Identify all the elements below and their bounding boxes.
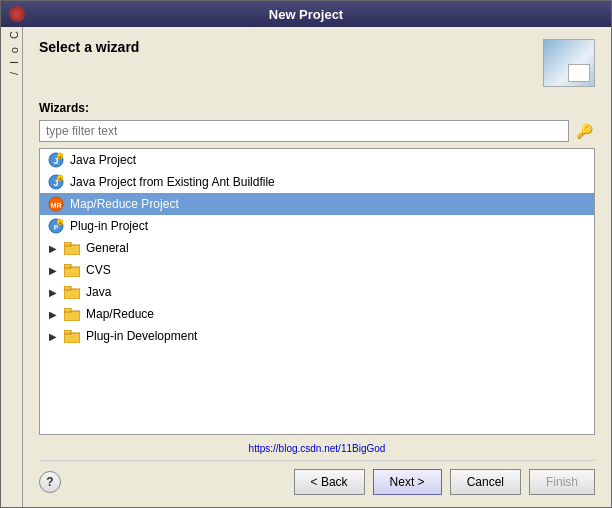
plugin-icon: P ✦ [48,218,64,234]
svg-rect-17 [64,264,71,268]
expand-java-icon: ▶ [48,287,58,297]
buttons-group: < Back Next > Cancel Finish [294,469,595,495]
header-section: Select a wizard [39,39,595,87]
expand-plugin-dev-icon: ▶ [48,331,58,341]
svg-rect-21 [64,308,71,312]
java-project-icon: J ✦ [48,152,64,168]
filter-row: 🔑 [39,120,595,142]
help-button[interactable]: ? [39,471,61,493]
list-item-java-project[interactable]: J ✦ Java Project [40,149,594,171]
content-area: C o I / Select a wizard Wizards: 🔑 [1,27,611,507]
java-group-label: Java [86,285,111,299]
finish-button[interactable]: Finish [529,469,595,495]
plugin-label: Plug-in Project [70,219,148,233]
mapreduce-label: Map/Reduce Project [70,197,179,211]
new-project-window: New Project C o I / Select a wizard Wiza… [0,0,612,508]
plugin-dev-folder-icon [64,328,80,344]
svg-rect-19 [64,286,71,290]
list-item-mapreduce[interactable]: MR Map/Reduce Project [40,193,594,215]
java-ant-label: Java Project from Existing Ant Buildfile [70,175,275,189]
cancel-button[interactable]: Cancel [450,469,521,495]
general-label: General [86,241,129,255]
list-item-cvs[interactable]: ▶ CVS [40,259,594,281]
svg-rect-15 [64,242,71,246]
cvs-label: CVS [86,263,111,277]
header-image [543,39,595,87]
mapreduce-group-label: Map/Reduce [86,307,154,321]
java-ant-icon: J ✦ [48,174,64,190]
next-button[interactable]: Next > [373,469,442,495]
left-sidebar: C o I / [1,27,23,507]
list-item-java-group[interactable]: ▶ Java [40,281,594,303]
plugin-dev-label: Plug-in Development [86,329,197,343]
wizard-list[interactable]: J ✦ Java Project J ✦ [39,148,595,435]
svg-rect-23 [64,330,71,334]
svg-text:MR: MR [51,202,62,209]
url-text: https://blog.csdn.net/11BigGod [39,443,595,454]
expand-mapreduce-icon: ▶ [48,309,58,319]
list-item-java-ant-project[interactable]: J ✦ Java Project from Existing Ant Build… [40,171,594,193]
java-project-label: Java Project [70,153,136,167]
list-item-mapreduce-group[interactable]: ▶ Map/Reduce [40,303,594,325]
back-button[interactable]: < Back [294,469,365,495]
list-item-general[interactable]: ▶ General [40,237,594,259]
filter-input[interactable] [39,120,569,142]
sidebar-letter-i: I [3,61,20,64]
java-folder-icon [64,284,80,300]
mapreduce-icon: MR [48,196,64,212]
main-panel: Select a wizard Wizards: 🔑 J [23,27,611,507]
list-item-plugin[interactable]: P ✦ Plug-in Project [40,215,594,237]
mapreduce-folder-icon [64,306,80,322]
cvs-folder-icon [64,262,80,278]
expand-general-icon: ▶ [48,243,58,253]
general-folder-icon [64,240,80,256]
window-icon [9,6,25,22]
button-row: ? < Back Next > Cancel Finish [39,460,595,499]
wizards-label: Wizards: [39,101,595,115]
expand-cvs-icon: ▶ [48,265,58,275]
sidebar-letter-c: C [3,31,20,39]
list-item-plugin-dev[interactable]: ▶ Plug-in Development [40,325,594,347]
clear-filter-button[interactable]: 🔑 [573,120,595,142]
header-text-block: Select a wizard [39,39,139,59]
sidebar-letter-o: o [3,47,20,53]
window-title: New Project [269,7,343,22]
header-title: Select a wizard [39,39,139,55]
sidebar-letter-slash: / [3,72,20,75]
title-bar: New Project [1,1,611,27]
